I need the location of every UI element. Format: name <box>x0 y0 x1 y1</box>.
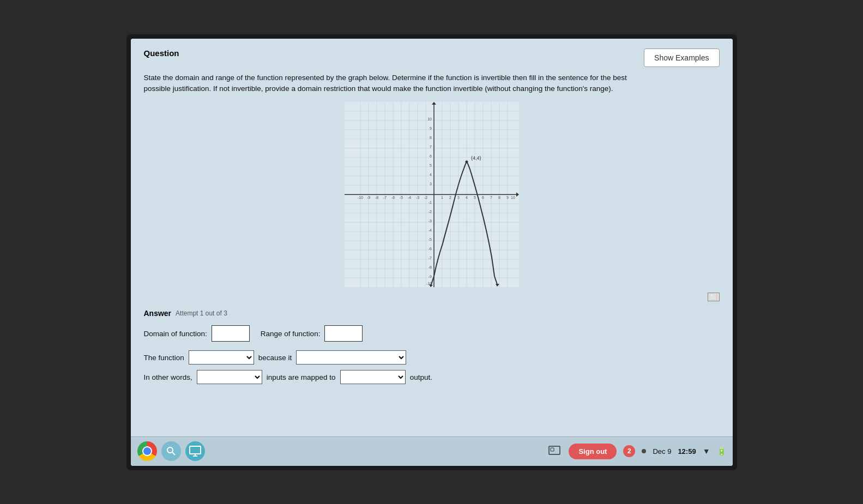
svg-text:-2: -2 <box>424 196 427 199</box>
svg-text:-2: -2 <box>428 210 431 214</box>
svg-text:6: 6 <box>482 196 484 199</box>
svg-text:7: 7 <box>430 145 432 149</box>
output-select[interactable]: multiple exactly one <box>340 370 406 384</box>
range-label: Range of function: <box>261 330 321 338</box>
svg-text:-6: -6 <box>391 196 394 199</box>
attempt-label: Attempt 1 out of 3 <box>176 309 227 317</box>
svg-text:-9: -9 <box>366 196 370 199</box>
svg-text:-6: -6 <box>428 247 431 251</box>
question-text: State the domain and range of the functi… <box>144 72 635 95</box>
time-display: 12:59 <box>678 447 696 456</box>
svg-text:9: 9 <box>430 126 432 130</box>
because-select[interactable]: passes the horizontal line test fails th… <box>296 350 406 365</box>
svg-text:6: 6 <box>430 154 432 158</box>
search-taskbar-icon[interactable] <box>161 441 181 461</box>
svg-text:-9: -9 <box>428 275 431 278</box>
sign-out-button[interactable]: Sign out <box>569 444 617 459</box>
svg-text:-10: -10 <box>357 196 363 199</box>
domain-input[interactable] <box>212 325 250 342</box>
svg-text:8: 8 <box>430 136 432 139</box>
display-taskbar-icon[interactable] <box>185 441 205 461</box>
svg-rect-92 <box>551 448 554 451</box>
svg-text:-7: -7 <box>383 196 386 199</box>
svg-text:8: 8 <box>498 196 500 199</box>
show-examples-button[interactable]: Show Examples <box>644 48 719 67</box>
svg-text:7: 7 <box>490 196 492 199</box>
taskbar-left <box>137 441 205 461</box>
svg-rect-88 <box>190 446 201 454</box>
range-input[interactable] <box>324 325 363 342</box>
answer-label: Answer <box>144 309 172 318</box>
sentence-row-2: In other words, some every inputs are ma… <box>144 370 720 384</box>
svg-text:(4,4): (4,4) <box>471 155 481 161</box>
chrome-icon[interactable] <box>137 441 157 461</box>
content-area: Question Show Examples State the domain … <box>131 39 733 436</box>
battery-icon: 🔋 <box>717 447 726 456</box>
svg-text:-7: -7 <box>428 256 431 260</box>
graph-container: -10 -9 -8 -7 -6 -5 -4 -3 -2 1 2 3 <box>345 102 519 287</box>
svg-point-86 <box>167 447 173 453</box>
sentence2-suffix: output. <box>410 373 432 381</box>
sentence2-middle: inputs are mapped to <box>267 373 336 381</box>
domain-field-group: Domain of function: <box>144 325 250 342</box>
question-label: Question <box>144 48 179 58</box>
svg-text:-8: -8 <box>428 265 431 269</box>
svg-text:-1: -1 <box>428 201 431 204</box>
svg-text:-4: -4 <box>407 196 411 199</box>
svg-text:3: 3 <box>457 196 460 199</box>
domain-range-row: Domain of function: Range of function: <box>144 325 720 342</box>
svg-text:1: 1 <box>441 196 443 199</box>
date-display: Dec 9 <box>653 447 671 456</box>
graph-section: -10 -9 -8 -7 -6 -5 -4 -3 -2 1 2 3 <box>144 102 720 287</box>
svg-text:-3: -3 <box>428 219 431 223</box>
svg-text:-5: -5 <box>428 238 431 241</box>
monitor-bezel: Question Show Examples State the domain … <box>126 34 737 470</box>
function-invertible-select[interactable]: is invertible is not invertible <box>189 350 254 365</box>
svg-text:5: 5 <box>474 196 476 199</box>
svg-text:9: 9 <box>506 196 509 199</box>
minimize-icon[interactable]: ⬜ <box>708 293 720 301</box>
sentence-row-1: The function is invertible is not invert… <box>144 350 720 365</box>
svg-point-84 <box>465 161 468 163</box>
svg-text:4: 4 <box>466 196 468 199</box>
sentence1-because: because it <box>258 354 292 362</box>
status-dot <box>642 449 646 453</box>
taskbar: Sign out 2 Dec 9 12:59 ▼ 🔋 <box>131 436 733 466</box>
svg-text:10: 10 <box>427 117 432 121</box>
taskbar-right: Sign out 2 Dec 9 12:59 ▼ 🔋 <box>547 444 726 459</box>
svg-text:-8: -8 <box>375 196 378 199</box>
graph-svg: -10 -9 -8 -7 -6 -5 -4 -3 -2 1 2 3 <box>345 102 519 287</box>
notification-badge: 2 <box>623 445 635 457</box>
screen: Question Show Examples State the domain … <box>131 39 733 466</box>
header-row: Question Show Examples <box>144 48 720 67</box>
answer-label-row: Answer Attempt 1 out of 3 <box>144 309 720 318</box>
domain-label: Domain of function: <box>144 330 207 338</box>
svg-text:4: 4 <box>430 173 432 177</box>
answer-section: Answer Attempt 1 out of 3 Domain of func… <box>144 303 720 387</box>
words-select[interactable]: some every <box>197 370 262 384</box>
svg-text:2: 2 <box>449 196 451 199</box>
svg-text:-5: -5 <box>399 196 402 199</box>
sentence2-prefix: In other words, <box>144 373 192 381</box>
wifi-icon: ▼ <box>703 447 710 456</box>
svg-text:3: 3 <box>430 182 432 186</box>
sentence-rows: The function is invertible is not invert… <box>144 350 720 384</box>
svg-line-87 <box>172 452 175 455</box>
sentence1-prefix: The function <box>144 354 184 362</box>
svg-text:5: 5 <box>430 163 432 167</box>
range-field-group: Range of function: <box>261 325 363 342</box>
svg-text:10: 10 <box>511 196 515 199</box>
screenshot-icon[interactable] <box>547 444 562 459</box>
svg-text:-3: -3 <box>415 196 419 199</box>
svg-text:-4: -4 <box>428 228 431 232</box>
